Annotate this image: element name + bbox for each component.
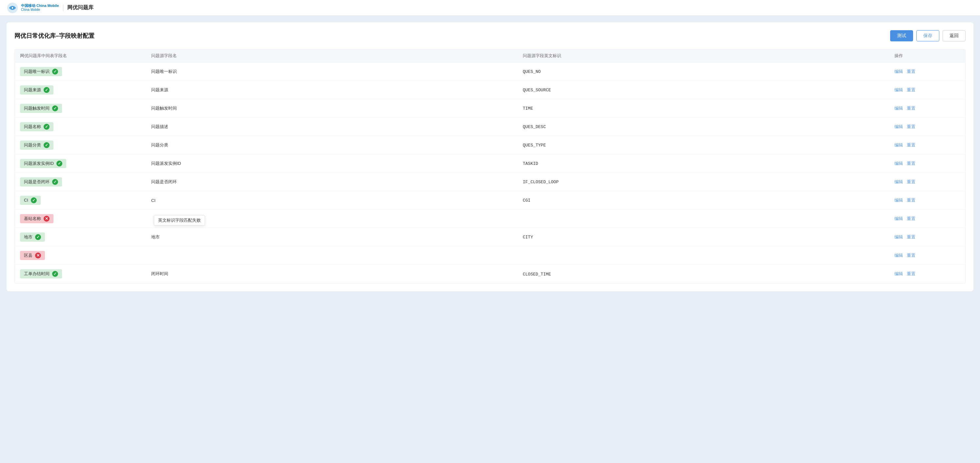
edit-link[interactable]: 编辑 (894, 179, 903, 185)
site-title: 网优问题库 (67, 4, 94, 11)
col-header-actions: 操作 (894, 53, 960, 59)
edit-link[interactable]: 编辑 (894, 161, 903, 166)
header-actions: 测试 保存 返回 (890, 30, 966, 42)
row-actions: 编辑重置 (894, 105, 960, 111)
source-field-cell: 问题描述 (151, 124, 523, 130)
table-body: 问题唯一标识✓问题唯一标识QUES_NO编辑重置问题来源✓问题来源QUES_SO… (14, 62, 966, 283)
check-icon: ✓ (56, 161, 62, 166)
field-tag: 问题名称✓ (20, 122, 54, 131)
field-tag-label: 地市 (24, 234, 32, 240)
source-english-cell: CGI (523, 197, 894, 203)
source-english-text: CITY (523, 235, 533, 240)
back-button[interactable]: 返回 (943, 30, 966, 42)
row-actions: 编辑重置 (894, 197, 960, 203)
source-english-cell: CLOSED_TIME (523, 271, 894, 277)
field-tag-label: CI (24, 198, 28, 203)
field-name-cell: 基站名称✕ (20, 214, 151, 223)
action-cell: 编辑重置 (894, 179, 960, 185)
error-icon: ✕ (44, 216, 49, 222)
field-name-cell: 工单办结时间✓ (20, 269, 151, 278)
field-mapping-table: 网优问题库中间表字段名 问题源字段名 问题源字段英文标识 操作 问题唯一标识✓问… (14, 49, 966, 283)
test-button[interactable]: 测试 (890, 30, 913, 42)
edit-link[interactable]: 编辑 (894, 105, 903, 111)
field-tag-label: 问题名称 (24, 124, 41, 130)
col-header-source-field: 问题源字段名 (151, 53, 523, 59)
field-name-cell: 问题派发实例ID✓ (20, 159, 151, 168)
reset-link[interactable]: 重置 (907, 252, 915, 259)
edit-link[interactable]: 编辑 (894, 252, 903, 259)
col-header-field-name: 网优问题库中间表字段名 (20, 53, 151, 59)
field-tag-label: 问题派发实例ID (24, 161, 54, 166)
edit-link[interactable]: 编辑 (894, 142, 903, 148)
edit-link[interactable]: 编辑 (894, 69, 903, 75)
reset-link[interactable]: 重置 (907, 87, 915, 93)
source-field-text: 问题派发实例ID (151, 161, 181, 166)
field-name-cell: 地市✓ (20, 233, 151, 242)
field-tag-label: 问题来源 (24, 87, 41, 93)
table-row: 区县✕编辑重置 (15, 246, 965, 265)
reset-link[interactable]: 重置 (907, 179, 915, 185)
edit-link[interactable]: 编辑 (894, 87, 903, 93)
source-field-text: 问题是否闭环 (151, 179, 177, 184)
check-icon: ✓ (52, 179, 58, 185)
field-tag: 问题是否闭环✓ (20, 177, 62, 187)
field-tag: 区县✕ (20, 251, 45, 260)
source-field-cell: 问题唯一标识 (151, 69, 523, 75)
error-tooltip: 英文标识字段匹配失败 (154, 215, 205, 225)
reset-link[interactable]: 重置 (907, 271, 915, 277)
edit-link[interactable]: 编辑 (894, 216, 903, 222)
action-cell: 编辑重置 (894, 197, 960, 203)
table-row: 问题名称✓问题描述QUES_DESC编辑重置 (15, 118, 965, 136)
source-english-cell: QUES_DESC (523, 124, 894, 129)
app-header: 中国移动 China Mobile China Mobile 网优问题库 (0, 0, 980, 16)
field-tag: 问题触发时间✓ (20, 104, 62, 113)
col-header-source-english: 问题源字段英文标识 (523, 53, 894, 59)
reset-link[interactable]: 重置 (907, 124, 915, 130)
action-cell: 编辑重置 (894, 87, 960, 93)
field-name-cell: 问题来源✓ (20, 85, 151, 94)
china-mobile-logo (6, 2, 18, 14)
row-actions: 编辑重置 (894, 161, 960, 166)
reset-link[interactable]: 重置 (907, 197, 915, 203)
source-field-text: 地市 (151, 235, 160, 239)
check-icon: ✓ (52, 105, 58, 111)
action-cell: 编辑重置 (894, 69, 960, 75)
field-tag-label: 工单办结时间 (24, 271, 49, 277)
field-tag-label: 基站名称 (24, 216, 41, 222)
source-english-cell: QUES_TYPE (523, 142, 894, 148)
source-english-text: QUES_SOURCE (523, 88, 551, 93)
edit-link[interactable]: 编辑 (894, 234, 903, 240)
action-cell: 编辑重置 (894, 234, 960, 240)
check-icon: ✓ (35, 234, 41, 240)
field-tag: 地市✓ (20, 233, 45, 242)
row-actions: 编辑重置 (894, 142, 960, 148)
reset-link[interactable]: 重置 (907, 142, 915, 148)
row-actions: 编辑重置 (894, 179, 960, 185)
field-tag: CI✓ (20, 196, 41, 205)
field-name-cell: 问题触发时间✓ (20, 104, 151, 113)
logo: 中国移动 China Mobile China Mobile (6, 2, 59, 14)
source-field-cell: 问题派发实例ID (151, 161, 523, 166)
reset-link[interactable]: 重置 (907, 161, 915, 166)
source-field-cell: 问题来源 (151, 87, 523, 93)
row-actions: 编辑重置 (894, 216, 960, 222)
reset-link[interactable]: 重置 (907, 105, 915, 111)
source-english-text: CLOSED_TIME (523, 272, 551, 277)
save-button[interactable]: 保存 (916, 30, 939, 42)
reset-link[interactable]: 重置 (907, 69, 915, 75)
row-actions: 编辑重置 (894, 252, 960, 259)
table-row: 地市✓地市CITY编辑重置 (15, 228, 965, 246)
table-row: 问题来源✓问题来源QUES_SOURCE编辑重置 (15, 81, 965, 99)
table-row: 问题派发实例ID✓问题派发实例IDTASKID编辑重置 (15, 154, 965, 173)
edit-link[interactable]: 编辑 (894, 124, 903, 130)
edit-link[interactable]: 编辑 (894, 197, 903, 203)
source-english-text: TASKID (523, 161, 538, 166)
action-cell: 编辑重置 (894, 271, 960, 277)
source-english-cell: TASKID (523, 161, 894, 166)
reset-link[interactable]: 重置 (907, 234, 915, 240)
action-cell: 编辑重置 (894, 252, 960, 259)
edit-link[interactable]: 编辑 (894, 271, 903, 277)
reset-link[interactable]: 重置 (907, 216, 915, 222)
source-english-cell: TIME (523, 105, 894, 111)
source-english-text: TIME (523, 106, 533, 111)
